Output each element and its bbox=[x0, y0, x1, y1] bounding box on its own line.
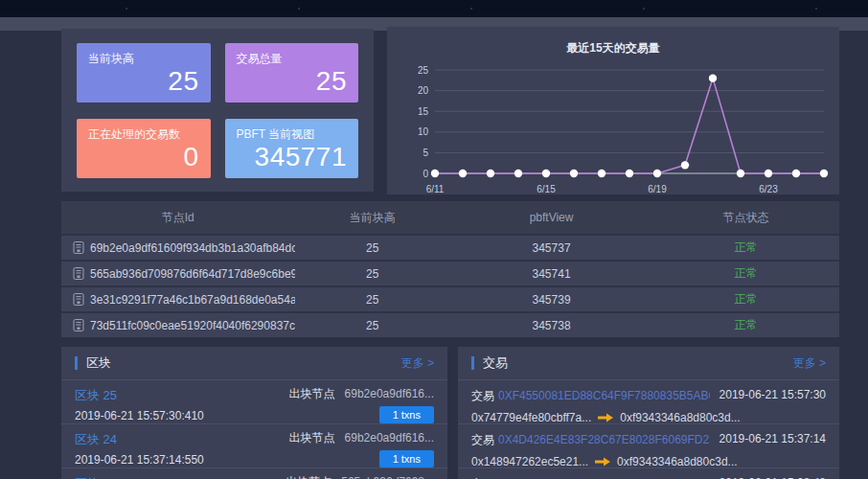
table-row: 69b2e0a9df61609f934db3b1a30afb84dc49eba1… bbox=[61, 234, 839, 260]
svg-text:6/15: 6/15 bbox=[537, 184, 556, 194]
tx-from-address: 0x148947262ec5e21... bbox=[471, 455, 588, 468]
producer-node-id: 69b2e0a9df616... bbox=[345, 387, 434, 400]
node-id: 73d511fc09c0eae51920f4040f6290837cbfdd47… bbox=[90, 319, 295, 332]
tx-timestamp: 2019-06-21 15:37:14 bbox=[720, 432, 826, 448]
stat-card-label: PBFT 当前视图 bbox=[237, 126, 348, 143]
table-row: 565ab936d709876d6f64d717d8e9c6be98beed5c… bbox=[61, 260, 839, 285]
node-id: 565ab936d709876d6f64d717d8e9c6be98beed5c… bbox=[90, 267, 295, 281]
txs-panel-title: 交易 bbox=[483, 354, 508, 372]
stat-card-value: 25 bbox=[237, 68, 348, 95]
stat-card-pending-txs: 正在处理的交易数 0 bbox=[77, 119, 211, 178]
tx-volume-line-chart: 05101520256/116/156/196/23 bbox=[391, 58, 835, 202]
node-block-height: 25 bbox=[295, 241, 450, 255]
svg-text:20: 20 bbox=[418, 85, 429, 96]
tx-timestamp: 2019-06-21 15:57:30 bbox=[720, 388, 826, 404]
tx-volume-chart-panel: 最近15天的交易量 05101520256/116/156/196/23 bbox=[387, 27, 839, 194]
tx-label: 交易 bbox=[471, 389, 494, 402]
node-status-badge: 正常 bbox=[652, 265, 839, 282]
svg-text:15: 15 bbox=[418, 106, 429, 117]
col-header-node-status: 节点状态 bbox=[652, 210, 839, 226]
producer-label: 出块节点 bbox=[286, 475, 331, 479]
node-status-badge: 正常 bbox=[652, 317, 839, 333]
svg-text:6/19: 6/19 bbox=[648, 184, 667, 194]
blocks-more-link[interactable]: 更多 > bbox=[401, 355, 434, 372]
tx-from-address: 0x74779e4fe80cbff7a... bbox=[471, 411, 591, 424]
node-table-header: 节点Id 当前块高 pbftView 节点状态 bbox=[61, 201, 839, 234]
svg-text:6/23: 6/23 bbox=[759, 184, 778, 194]
block-link[interactable]: 区块 25 bbox=[75, 387, 117, 404]
accent-bar bbox=[75, 356, 78, 370]
svg-text:5: 5 bbox=[423, 148, 428, 158]
blocks-panel: 区块 更多 > 区块 25 2019-06-21 15:57:30:410 出块… bbox=[61, 347, 447, 479]
stat-card-pbft-view: PBFT 当前视图 345771 bbox=[225, 119, 359, 178]
node-block-height: 25 bbox=[295, 319, 450, 332]
stat-card-value: 0 bbox=[88, 144, 199, 171]
table-row: 3e31c9291f77a46c1b67a9d168de0a54a29a25f9… bbox=[61, 285, 839, 311]
col-header-block-height: 当前块高 bbox=[295, 210, 450, 226]
node-pbft-view: 345738 bbox=[450, 319, 652, 332]
accent-bar bbox=[471, 356, 474, 370]
node-pbft-view: 345737 bbox=[450, 241, 652, 255]
node-status-badge: 正常 bbox=[652, 291, 839, 308]
tx-to-address: 0xf9343346a8d80c3d... bbox=[617, 455, 737, 468]
block-timestamp: 2019-06-21 15:57:30:410 bbox=[75, 409, 204, 422]
producer-node-id: 565ab936d7098... bbox=[341, 475, 434, 479]
col-header-pbft-view: pbftView bbox=[450, 211, 652, 224]
txns-count-button[interactable]: 1 txns bbox=[379, 406, 434, 423]
svg-text:25: 25 bbox=[418, 65, 429, 76]
node-table-panel: 节点Id 当前块高 pbftView 节点状态 69b2e0a9df61609f… bbox=[61, 201, 839, 337]
node-pbft-view: 345739 bbox=[450, 293, 652, 307]
stat-card-label: 交易总量 bbox=[237, 51, 348, 67]
node-icon bbox=[73, 241, 84, 254]
svg-text:0: 0 bbox=[423, 169, 428, 179]
arrow-right-icon bbox=[595, 457, 610, 467]
tx-to-address: 0xf9343346a8d80c3d... bbox=[620, 411, 740, 424]
node-icon bbox=[73, 319, 84, 331]
node-block-height: 25 bbox=[295, 267, 450, 281]
chart-title: 最近15天的交易量 bbox=[391, 40, 835, 57]
col-header-node-id: 节点Id bbox=[61, 210, 295, 226]
stat-card-label: 正在处理的交易数 bbox=[88, 126, 199, 143]
node-block-height: 25 bbox=[295, 293, 450, 307]
transactions-panel: 交易 更多 > 交易0XF4550081ED88C64F9F7880835B5A… bbox=[458, 347, 839, 479]
stat-card-value: 345771 bbox=[237, 144, 348, 171]
tx-hash-link[interactable]: 0X4D426E4E83F28C67E8028F6069FD23C... bbox=[498, 433, 710, 446]
node-id: 3e31c9291f77a46c1b67a9d168de0a54a29a25f9… bbox=[90, 293, 295, 307]
stat-cards-grid: 当前块高 25 交易总量 25 正在处理的交易数 0 PBFT 当前视图 345… bbox=[77, 43, 358, 177]
tx-list-item: 交易0XBC0B7199B4E028C0C4F5EBC22E78CE... 20… bbox=[458, 468, 839, 479]
stat-card-value: 25 bbox=[88, 68, 199, 95]
tx-list-item: 交易0XF4550081ED88C64F9F7880835B5ABC2... 2… bbox=[458, 379, 839, 423]
arrow-right-icon bbox=[598, 413, 613, 422]
tx-list-item: 交易0X4D426E4E83F28C67E8028F6069FD23C... 2… bbox=[458, 423, 839, 468]
producer-label: 出块节点 bbox=[289, 387, 335, 400]
stat-card-label: 当前块高 bbox=[88, 51, 199, 67]
tx-label: 交易 bbox=[471, 433, 494, 446]
node-icon bbox=[73, 293, 84, 306]
stats-panel: 当前块高 25 交易总量 25 正在处理的交易数 0 PBFT 当前视图 345… bbox=[61, 29, 374, 192]
node-status-badge: 正常 bbox=[652, 240, 839, 256]
block-link[interactable]: 区块 23 bbox=[75, 475, 117, 479]
blocks-panel-title: 区块 bbox=[86, 354, 111, 372]
table-row: 73d511fc09c0eae51920f4040f6290837cbfdd47… bbox=[61, 311, 839, 337]
block-list-item: 区块 24 2019-06-21 15:37:14:550 出块节点69b2e0… bbox=[61, 423, 447, 468]
node-pbft-view: 345741 bbox=[450, 267, 652, 281]
txns-count-button[interactable]: 1 txns bbox=[379, 450, 434, 468]
starfield-topbar bbox=[0, 0, 868, 17]
tx-hash-link[interactable]: 0XF4550081ED88C64F9F7880835B5ABC2... bbox=[498, 389, 710, 402]
svg-text:10: 10 bbox=[418, 126, 429, 137]
producer-label: 出块节点 bbox=[289, 431, 335, 445]
stat-card-block-height: 当前块高 25 bbox=[77, 43, 211, 103]
block-list-item: 区块 23 2019-06-21 15:28:48:000 出块节点565ab9… bbox=[61, 468, 447, 479]
block-timestamp: 2019-06-21 15:37:14:550 bbox=[75, 453, 204, 467]
stat-card-total-txs: 交易总量 25 bbox=[225, 43, 359, 103]
producer-node-id: 69b2e0a9df616... bbox=[345, 431, 434, 445]
block-list-item: 区块 25 2019-06-21 15:57:30:410 出块节点69b2e0… bbox=[61, 379, 447, 423]
svg-text:6/11: 6/11 bbox=[426, 184, 445, 194]
node-icon bbox=[73, 267, 84, 280]
block-link[interactable]: 区块 24 bbox=[75, 431, 117, 448]
node-id: 69b2e0a9df61609f934db3b1a30afb84dc49eba1… bbox=[90, 241, 295, 255]
txs-more-link[interactable]: 更多 > bbox=[793, 355, 826, 372]
